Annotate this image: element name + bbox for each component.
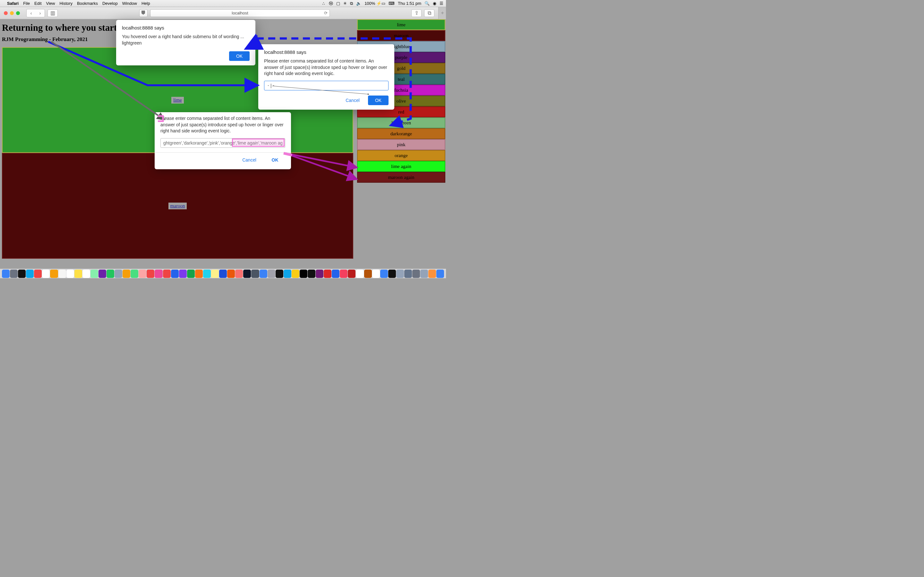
menuextra-spotlight-icon[interactable]: 🔍 bbox=[425, 1, 430, 6]
dock-app-icon[interactable] bbox=[227, 269, 235, 278]
close-window-button[interactable] bbox=[4, 11, 8, 15]
dock-app-icon[interactable] bbox=[243, 269, 251, 278]
dock-app-icon[interactable] bbox=[90, 269, 98, 278]
menuextra-bluetooth-icon[interactable]: ✳ bbox=[343, 1, 347, 6]
dock-app-icon[interactable] bbox=[74, 269, 82, 278]
dock-app-icon[interactable] bbox=[404, 269, 412, 278]
dock-app-icon[interactable] bbox=[58, 269, 66, 278]
menuextra-airplay-icon[interactable]: ▢ bbox=[336, 1, 340, 6]
dock-app-icon[interactable] bbox=[42, 269, 50, 278]
sidebar-item-darkorange[interactable]: darkorange bbox=[357, 128, 445, 139]
dock-app-icon[interactable] bbox=[99, 269, 106, 278]
sidebar-item-lightgreen[interactable]: lightgreen bbox=[357, 117, 445, 128]
dock-app-icon[interactable] bbox=[50, 269, 58, 278]
dock-app-icon[interactable] bbox=[276, 269, 283, 278]
menu-help[interactable]: Help bbox=[142, 1, 150, 6]
dock-app-icon[interactable] bbox=[26, 269, 34, 278]
dock-app-icon[interactable] bbox=[219, 269, 227, 278]
dock-app-icon[interactable] bbox=[380, 269, 388, 278]
dock-app-icon[interactable] bbox=[356, 269, 363, 278]
dock-app-icon[interactable] bbox=[10, 269, 18, 278]
app-name[interactable]: Safari bbox=[7, 1, 19, 6]
prompt-cancel-button[interactable]: Cancel bbox=[342, 95, 363, 105]
prompt-filled-input[interactable] bbox=[160, 138, 285, 148]
menuextra-volume-icon[interactable]: 🔈 bbox=[356, 1, 361, 6]
sidebar-item-maroon[interactable]: maroon bbox=[357, 30, 445, 41]
dock-app-icon[interactable] bbox=[372, 269, 380, 278]
menu-edit[interactable]: Edit bbox=[34, 1, 41, 6]
menuextra-battery[interactable]: 100% ⚡▭ bbox=[365, 1, 385, 6]
dock-app-icon[interactable] bbox=[235, 269, 243, 278]
dock-app-icon[interactable] bbox=[388, 269, 396, 278]
main-panel-maroon-label[interactable]: maroon bbox=[168, 203, 187, 210]
dock-app-icon[interactable] bbox=[292, 269, 299, 278]
menu-window[interactable]: Window bbox=[122, 1, 137, 6]
dock-app-icon[interactable] bbox=[171, 269, 179, 278]
dock-app-icon[interactable] bbox=[396, 269, 404, 278]
forward-button[interactable]: › bbox=[36, 9, 45, 17]
dock-app-icon[interactable] bbox=[155, 269, 162, 278]
menu-bookmarks[interactable]: Bookmarks bbox=[77, 1, 98, 6]
dock-app-icon[interactable] bbox=[123, 269, 130, 278]
dock-app-icon[interactable] bbox=[420, 269, 428, 278]
dock-app-icon[interactable] bbox=[131, 269, 138, 278]
dock-app-icon[interactable] bbox=[332, 269, 339, 278]
dock-app-icon[interactable] bbox=[364, 269, 372, 278]
reload-icon[interactable]: ⟳ bbox=[324, 11, 328, 15]
prompt-ok-button[interactable]: OK bbox=[368, 95, 389, 105]
prompt-filled-ok-button[interactable]: OK bbox=[265, 155, 285, 165]
menu-file[interactable]: File bbox=[23, 1, 30, 6]
dock-app-icon[interactable] bbox=[268, 269, 275, 278]
dock-app-icon[interactable] bbox=[34, 269, 42, 278]
tabs-button[interactable]: ⧉ bbox=[424, 9, 435, 17]
menu-view[interactable]: View bbox=[46, 1, 55, 6]
share-button[interactable]: ⇪ bbox=[411, 9, 422, 17]
dock-app-icon[interactable] bbox=[308, 269, 315, 278]
sidebar-item-orange[interactable]: orange bbox=[357, 150, 445, 161]
zoom-window-button[interactable] bbox=[16, 11, 20, 15]
prompt-filled-cancel-button[interactable]: Cancel bbox=[239, 155, 260, 165]
dock-app-icon[interactable] bbox=[316, 269, 323, 278]
dock-app-icon[interactable] bbox=[260, 269, 267, 278]
dock-app-icon[interactable] bbox=[412, 269, 420, 278]
dock-app-icon[interactable] bbox=[187, 269, 195, 278]
dock-app-icon[interactable] bbox=[348, 269, 355, 278]
dock-app-icon[interactable] bbox=[428, 269, 436, 278]
dock-app-icon[interactable] bbox=[139, 269, 146, 278]
sidebar-item-lime[interactable]: lime bbox=[357, 19, 445, 30]
dock-app-icon[interactable] bbox=[66, 269, 74, 278]
sidebar-item-maroon-again[interactable]: maroon again bbox=[357, 172, 445, 183]
alert-ok-button[interactable]: OK bbox=[229, 51, 250, 61]
dock-app-icon[interactable] bbox=[340, 269, 347, 278]
dock-app-icon[interactable] bbox=[284, 269, 291, 278]
dock-app-icon[interactable] bbox=[82, 269, 90, 278]
dock-app-icon[interactable] bbox=[147, 269, 154, 278]
dock-app-icon[interactable] bbox=[251, 269, 259, 278]
dock-app-icon[interactable] bbox=[324, 269, 331, 278]
back-button[interactable]: ‹ bbox=[27, 9, 36, 17]
menu-history[interactable]: History bbox=[59, 1, 72, 6]
dock-app-icon[interactable] bbox=[195, 269, 203, 278]
menuextra-input-icon[interactable]: ⌨ bbox=[389, 1, 395, 6]
main-panel-lime-label[interactable]: lime bbox=[171, 97, 184, 103]
dock-app-icon[interactable] bbox=[107, 269, 114, 278]
sidebar-item-lime-again[interactable]: lime again bbox=[357, 161, 445, 172]
dock-app-icon[interactable] bbox=[203, 269, 211, 278]
menuextra-icon[interactable]: ⛬ bbox=[321, 1, 326, 6]
dock-app-icon[interactable] bbox=[300, 269, 307, 278]
dock-app-icon[interactable] bbox=[18, 269, 26, 278]
menu-develop[interactable]: Develop bbox=[102, 1, 118, 6]
menuextra-clock[interactable]: Thu 1:51 pm bbox=[398, 1, 421, 6]
menuextra-notifications-icon[interactable]: ☰ bbox=[439, 1, 443, 6]
minimize-window-button[interactable] bbox=[10, 11, 14, 15]
sidebar-toggle-button[interactable]: ▥ bbox=[47, 9, 58, 17]
dock-app-icon[interactable] bbox=[179, 269, 187, 278]
menuextra-wifi-icon[interactable]: ⧉ bbox=[350, 1, 353, 6]
dock-app-icon[interactable] bbox=[2, 269, 10, 278]
privacy-report-icon[interactable]: ⛊ bbox=[139, 9, 148, 17]
menuextra-siri-icon[interactable]: ◉ bbox=[433, 1, 436, 6]
sidebar-item-pink[interactable]: pink bbox=[357, 139, 445, 150]
dock-app-icon[interactable] bbox=[211, 269, 219, 278]
address-bar[interactable]: localhost ⟳ bbox=[150, 9, 330, 17]
new-tab-button[interactable]: ＋ bbox=[438, 7, 446, 19]
